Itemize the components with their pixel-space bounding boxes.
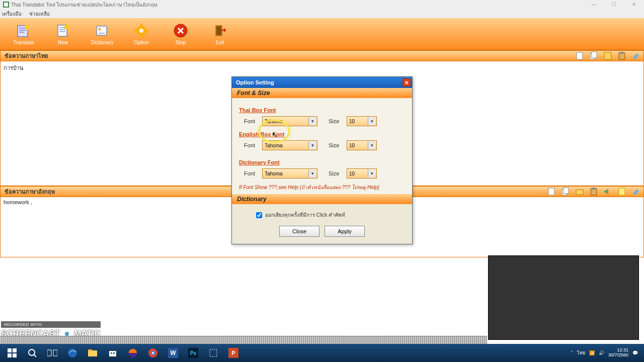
clipboard-icon-en[interactable] <box>588 187 599 197</box>
firefox-icon[interactable] <box>123 345 143 361</box>
svg-text:P: P <box>231 350 235 356</box>
clipboard-icon[interactable] <box>616 51 627 61</box>
font-hint: If Font Show ???,see Help (ถ้าตัวหนังสือ… <box>239 184 405 191</box>
exit-button[interactable]: Exit <box>200 20 239 49</box>
main-toolbar: Translate New Dictionary Option Stop Exi… <box>0 18 644 50</box>
window-titlebar: Thai Translator Tool โปรแกรมช่วยแปลประโย… <box>0 0 644 9</box>
svg-rect-20 <box>604 52 611 59</box>
svg-rect-40 <box>88 350 97 356</box>
tray-up-icon[interactable]: ˄ <box>571 350 573 355</box>
volume-icon[interactable]: 🔊 <box>599 350 604 355</box>
svg-rect-6 <box>97 26 107 35</box>
clear-icon[interactable] <box>630 51 641 61</box>
svg-line-36 <box>34 354 36 357</box>
new-icon <box>55 23 71 39</box>
edge-icon[interactable] <box>62 345 83 361</box>
taskbar: W Ps P ˄ ไทย 📶 🔊 12:31 30/7/2560 💬 <box>0 344 644 362</box>
svg-text:Ps: Ps <box>190 350 197 356</box>
store-icon[interactable] <box>103 345 123 361</box>
dictionary-button[interactable]: Dictionary <box>83 20 122 49</box>
chrome-icon[interactable] <box>143 345 163 361</box>
recorder-timeline[interactable] <box>0 336 487 344</box>
thai-box-font-label: Thai Box Font <box>239 107 405 113</box>
svg-rect-23 <box>548 188 554 195</box>
notifications-icon[interactable]: 💬 <box>632 350 638 355</box>
paste-icon[interactable] <box>574 51 585 61</box>
svg-marker-29 <box>604 189 608 195</box>
option-setting-dialog: Option Setting ✕ Font & Size Thai Box Fo… <box>231 76 413 244</box>
svg-rect-30 <box>619 188 625 195</box>
explorer-icon[interactable] <box>83 345 103 361</box>
dict-font-combo[interactable]: Tahoma <box>262 168 317 178</box>
svg-rect-41 <box>88 349 92 351</box>
network-icon[interactable]: 📶 <box>589 350 595 355</box>
svg-point-39 <box>68 348 77 357</box>
new-button[interactable]: New <box>43 20 83 49</box>
stop-icon <box>173 23 189 39</box>
speak-on-click-checkbox[interactable] <box>256 212 262 218</box>
menu-tools[interactable]: เครื่องมือ <box>2 11 22 17</box>
svg-rect-33 <box>8 353 12 357</box>
apply-button[interactable]: Apply <box>325 226 365 237</box>
note-icon-en[interactable] <box>616 187 627 197</box>
dictionary-icon <box>94 23 110 39</box>
copy-icon-en[interactable] <box>560 187 571 197</box>
taskbar-clock[interactable]: 12:31 30/7/2560 <box>608 348 628 358</box>
thai-font-combo[interactable]: Tahoma <box>262 116 317 126</box>
dictionary-section-header: Dictionary <box>232 194 412 204</box>
dictionary-font-label: Dictionary Font <box>239 159 405 165</box>
english-font-combo[interactable]: Tahoma <box>262 140 317 150</box>
english-box-font-label: English Box Font <box>239 131 405 137</box>
thai-size-combo[interactable]: 10 <box>347 116 377 126</box>
maximize-button[interactable]: ☐ <box>604 0 624 8</box>
word-icon[interactable]: W <box>163 345 183 361</box>
photoshop-icon[interactable]: Ps <box>183 345 203 361</box>
translate-icon <box>16 23 32 39</box>
clear-icon-en[interactable] <box>630 187 641 197</box>
svg-rect-22 <box>620 52 623 54</box>
option-button[interactable]: Option <box>122 20 161 49</box>
svg-rect-32 <box>13 348 17 352</box>
menubar: เครื่องมือ ช่วยเหลือ <box>0 9 644 18</box>
option-icon <box>133 23 149 39</box>
thai-section-header: ข้อความภาษาไทย <box>0 50 644 61</box>
translate-button[interactable]: Translate <box>4 20 43 49</box>
close-window-button[interactable]: ✕ <box>624 0 644 8</box>
svg-rect-1 <box>4 3 8 7</box>
svg-rect-19 <box>592 52 597 58</box>
copy-icon[interactable] <box>588 51 599 61</box>
svg-rect-34 <box>13 353 17 357</box>
window-title: Thai Translator Tool โปรแกรมช่วยแปลประโย… <box>11 1 157 9</box>
powerpoint-icon[interactable]: P <box>223 345 244 361</box>
svg-rect-53 <box>210 349 217 356</box>
paste-icon-en[interactable] <box>546 187 557 197</box>
app-icon-1[interactable] <box>203 345 223 361</box>
stop-button[interactable]: Stop <box>161 20 200 49</box>
svg-point-48 <box>152 352 154 354</box>
close-button[interactable]: Close <box>279 226 319 237</box>
english-size-combo[interactable]: 10 <box>347 140 377 150</box>
exit-icon <box>212 23 228 39</box>
svg-rect-31 <box>8 348 12 352</box>
start-button[interactable] <box>2 345 22 361</box>
svg-rect-26 <box>576 190 583 195</box>
search-icon[interactable] <box>22 345 42 361</box>
dialog-close-button[interactable]: ✕ <box>403 78 411 86</box>
menu-help[interactable]: ช่วยเหลือ <box>29 11 50 17</box>
language-indicator[interactable]: ไทย <box>577 349 585 356</box>
minimize-button[interactable]: — <box>584 0 604 8</box>
svg-rect-17 <box>577 52 583 59</box>
task-view-icon[interactable] <box>42 345 62 361</box>
speak-icon-en[interactable] <box>602 187 613 197</box>
save-icon[interactable] <box>602 51 613 61</box>
dialog-titlebar[interactable]: Option Setting ✕ <box>232 77 412 88</box>
svg-point-9 <box>139 29 143 33</box>
open-icon-en[interactable] <box>574 187 585 197</box>
svg-point-3 <box>25 25 30 30</box>
dict-size-combo[interactable]: 10 <box>347 168 377 178</box>
svg-rect-28 <box>592 188 595 190</box>
svg-rect-16 <box>216 26 221 35</box>
svg-point-7 <box>98 28 101 31</box>
svg-rect-25 <box>564 188 569 194</box>
svg-rect-43 <box>111 352 112 354</box>
